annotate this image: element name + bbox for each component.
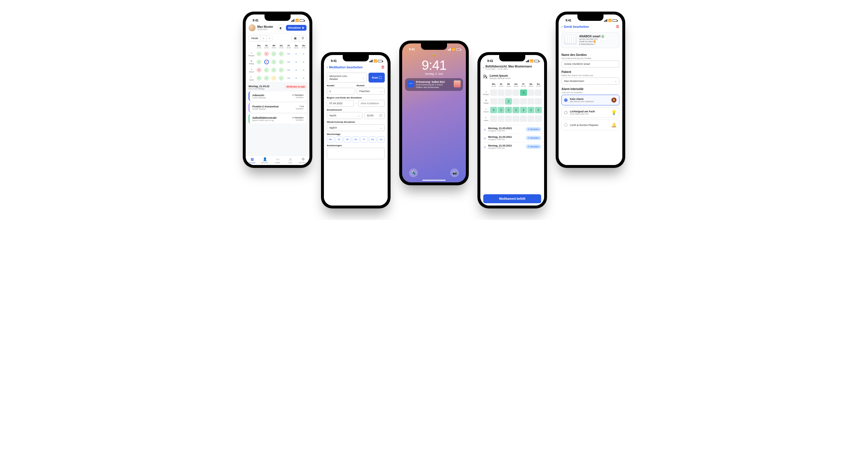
phone-therapy: 9:41 📶 Max Muster 28.09.2021 ◐ Einnahme⊕…: [243, 11, 312, 168]
weekday-chip[interactable]: Do: [352, 136, 360, 142]
detail-date: Montag, 21.03.22: [249, 85, 270, 88]
repeat-select[interactable]: täglich⌄: [327, 124, 385, 131]
device-name-input[interactable]: [561, 61, 619, 67]
day-header: Mo21.03: [255, 44, 262, 48]
bell-off-icon: 🔕: [611, 97, 617, 103]
intake-button[interactable]: Einnahme⊕: [286, 25, 307, 31]
alarm-option-light-beep[interactable]: Licht & kurzes Piepsen 🔔: [561, 120, 619, 130]
phone-edit-medication: 9:41📶 ‹Medikation bearbeiten 🗑 Mictonorm…: [321, 52, 391, 208]
quantity-input[interactable]: [327, 88, 355, 95]
radio-selected: [564, 98, 567, 102]
sunrise-icon: ☼: [250, 52, 253, 55]
dose-badge: 3 Tabletten: [526, 127, 541, 131]
medication-icon: ℞: [483, 73, 488, 80]
intake-cell-selected[interactable]: ✕: [264, 60, 269, 64]
weekday-chip[interactable]: Sa: [369, 136, 376, 142]
medication-card[interactable]: Protein-C-KonzentratACME Medical 7 mlnüc…: [249, 103, 307, 112]
fill-cell[interactable]: 2: [505, 98, 512, 104]
tab-admin[interactable]: ⚙Verwaltung: [297, 156, 309, 165]
signal-icon: 📶: [593, 40, 596, 42]
app-icon: 〰: [407, 80, 414, 88]
weekday-chip[interactable]: Di: [335, 136, 343, 142]
flashlight-button[interactable]: 🔦: [409, 168, 418, 177]
medication-card[interactable]: SalbeiblätterextraktIpsum GmbH und co kg…: [249, 114, 307, 124]
list-view-button[interactable]: ☰: [299, 35, 306, 41]
radio-unselected: [564, 111, 567, 115]
scan-button[interactable]: Scan⛶: [369, 73, 385, 83]
weekday-chip[interactable]: Mi: [344, 136, 351, 142]
lock-clock: 9:41: [402, 57, 466, 73]
time-input[interactable]: 22:00🕐: [364, 112, 385, 119]
weekday-chip[interactable]: Fr: [361, 136, 368, 142]
home-indicator[interactable]: [423, 180, 445, 181]
device-image: [564, 35, 577, 44]
delete-button[interactable]: 🗑: [381, 65, 385, 69]
check-icon: ✔: [594, 43, 596, 45]
chevron-left-icon: ‹: [483, 66, 485, 69]
avatar[interactable]: [249, 24, 255, 31]
chevron-left-icon: ‹: [561, 25, 563, 28]
plus-icon: ⊕: [302, 26, 304, 29]
today-button[interactable]: Heute: [249, 35, 260, 41]
late-warning-badge: 30 Minuten zu spät: [285, 85, 307, 89]
camera-button[interactable]: 📷: [450, 168, 459, 177]
weekday-chip[interactable]: So: [377, 136, 385, 142]
chevron-down-icon: ⌄: [615, 80, 617, 83]
fill-entry[interactable]: ☼Montag, 21.03.2021morgens, 9.00 Uhr3 Ta…: [480, 125, 544, 133]
tab-therapy[interactable]: ▦Therapie: [246, 156, 258, 165]
fill-entry[interactable]: ☼Montag, 21.03.2021morgens, 9.00 Uhr3 Ta…: [480, 133, 544, 142]
medication-card[interactable]: AdenosinLorem Medical 4 Tablettennüchter…: [249, 92, 307, 101]
device-info-card: ANABOX smart▮ nrf-321 322 852 372 Gerät …: [561, 32, 619, 48]
back-button[interactable]: ‹Gerät bearbeiten: [561, 25, 589, 28]
sun-icon: ☀: [250, 60, 253, 63]
unit-select[interactable]: Flaschen⌄: [356, 88, 385, 95]
tab-devices[interactable]: ▭Geräte: [271, 156, 284, 165]
delete-button[interactable]: 🗑: [616, 24, 619, 29]
status-time: 9:41: [251, 19, 258, 22]
lock-date: Montag, 3. Juni: [402, 72, 466, 75]
back-button[interactable]: ‹Medikation bearbeiten: [327, 65, 363, 69]
sunset-icon: ☼: [250, 68, 253, 71]
end-date-input[interactable]: [358, 100, 385, 107]
fill-cell[interactable]: 4: [520, 90, 527, 96]
weekday-chip[interactable]: Mo: [327, 136, 334, 142]
chevron-left-icon: ‹: [327, 65, 328, 69]
notification-card[interactable]: 〰 Erinnerung: Salbei B12 Erste Erinnerun…: [405, 78, 463, 91]
phone-lockscreen: 9:41📶 🔒 9:41 Montag, 3. Juni 〰 Erinnerun…: [399, 40, 469, 185]
next-week-button[interactable]: ›: [266, 35, 272, 41]
user-date: 28.09.2021: [257, 28, 276, 30]
prev-week-button[interactable]: ‹: [260, 35, 266, 41]
clock-icon: 🕐: [379, 114, 382, 117]
alarm-option-none[interactable]: Kein Alarmalle Alarme sind deaktiviert 🔕: [561, 95, 619, 105]
instructions-input[interactable]: [327, 148, 385, 159]
chevron-down-icon: ⌄: [362, 76, 364, 79]
tab-bar: ▦Therapie 👤Benutzer ▭Geräte ⚠Infos ⚙Verw…: [246, 156, 309, 165]
sunrise-icon: ☼: [483, 127, 487, 131]
battery-badge: ▮: [601, 35, 604, 38]
tab-infos[interactable]: ⚠Infos: [284, 156, 297, 165]
time-of-day-select[interactable]: Nacht⌄: [327, 112, 363, 119]
medication-filled-button[interactable]: Medikament befüllt: [483, 194, 541, 203]
user-name: Max Muster: [257, 25, 276, 28]
phone-fill-overview: 9:41📶 ‹ Befüllübersicht: Max Mustermann …: [477, 52, 547, 208]
intake-cell[interactable]: ✓: [257, 52, 261, 56]
alarm-option-light[interactable]: Lichtsignal am FachFach blinkt ohne Ton …: [561, 107, 619, 118]
theme-toggle-button[interactable]: ◐: [278, 25, 284, 31]
medication-select[interactable]: Mictonorm Uno dsadas⌄: [327, 73, 367, 83]
phone-edit-device: 9:41📶 ‹Gerät bearbeiten 🗑 ANABOX smart▮ …: [556, 11, 625, 168]
patient-select[interactable]: Max Mustermann⌄: [561, 77, 619, 85]
start-date-input[interactable]: [327, 100, 354, 107]
qr-icon: ⛶: [379, 76, 381, 79]
tab-users[interactable]: 👤Benutzer: [258, 156, 271, 165]
intake-cell[interactable]: ✕: [264, 52, 269, 56]
lock-icon: 🔒: [402, 53, 466, 57]
lightbulb-icon: 💡: [611, 110, 617, 115]
fill-entry[interactable]: ☼Montag, 21.03.2021morgens, 9.00 Uhr3 Ta…: [480, 142, 544, 151]
calendar-view-button[interactable]: ▦: [292, 35, 299, 41]
moon-icon: ☾: [250, 76, 253, 79]
back-button[interactable]: ‹ Befüllübersicht: Max Mustermann 21.01.…: [483, 65, 532, 70]
bell-ring-icon: 🔔: [611, 122, 617, 128]
